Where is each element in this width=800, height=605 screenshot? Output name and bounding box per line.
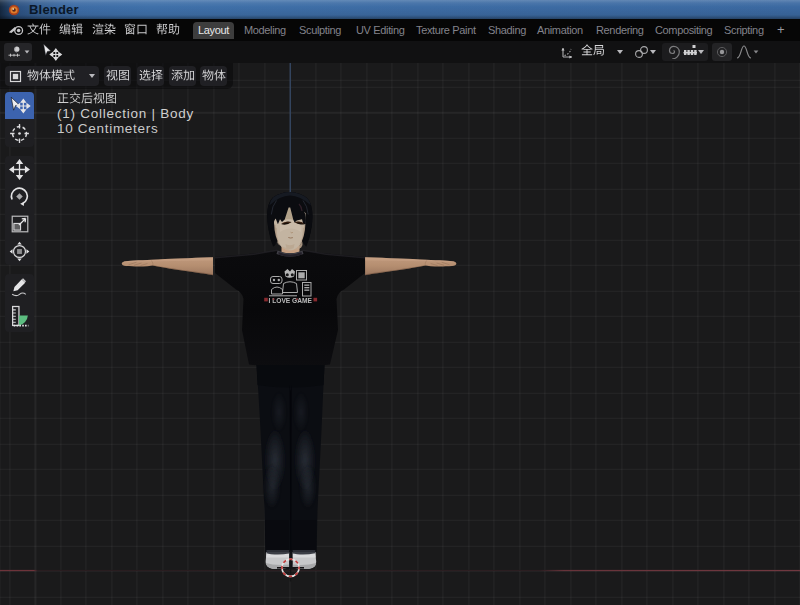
svg-text:I LOVE GAME: I LOVE GAME — [269, 297, 313, 304]
